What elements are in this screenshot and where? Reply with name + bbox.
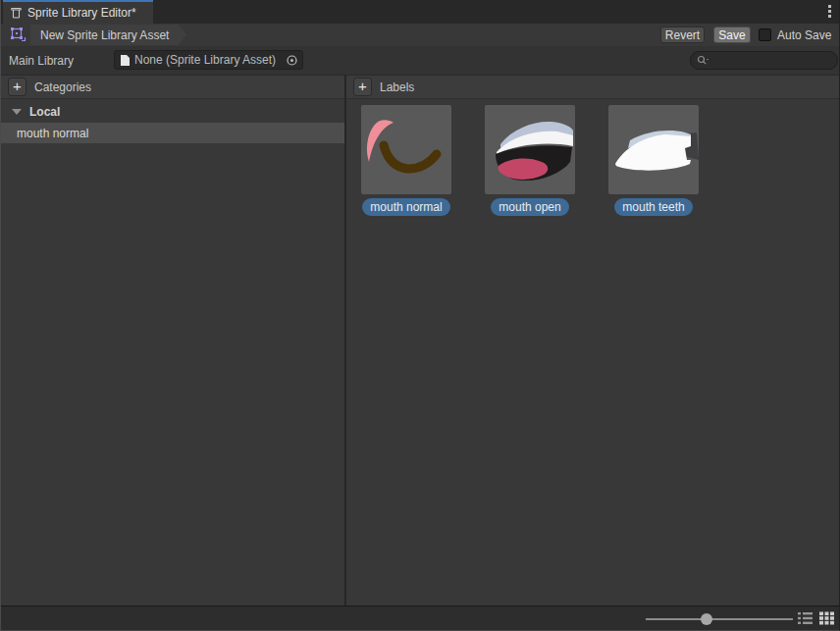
category-label: mouth normal [17,127,88,140]
toolbar: New Sprite Library Asset Revert Save Aut… [1,24,840,46]
breadcrumb-new-sprite-library-asset[interactable]: New Sprite Library Asset [30,25,186,45]
slider-track[interactable] [646,618,793,620]
label-pill-text: mouth open [499,200,560,214]
labels-title: Labels [380,80,414,94]
object-field-value: None (Sprite Library Asset) [134,53,282,67]
slider-thumb[interactable] [701,613,712,625]
sprite-library-editor-window: Sprite Library Editor* New Sprite Librar… [0,0,840,631]
sprite-library-icon [10,7,23,20]
label-cell-mouth-open: mouth open [485,105,575,216]
main-library-object-field[interactable]: None (Sprite Library Asset) [114,50,303,70]
breadcrumb-label: New Sprite Library Asset [40,28,169,42]
labels-panel: mouth normal mouth open [346,99,840,605]
labels-grid: mouth normal mouth open [361,105,699,216]
search-field[interactable] [690,51,838,70]
panels: + Categories + Labels Local mouth normal [1,75,840,605]
main-library-row: Main Library None (Sprite Library Asset) [1,46,840,75]
asset-file-icon [120,54,131,67]
sprite-library-asset-icon [10,26,26,43]
sprite-thumbnail-mouth-teeth[interactable] [608,105,699,194]
sprite-thumbnail-mouth-normal[interactable] [361,105,451,194]
categories-panel: Local mouth normal [1,99,344,605]
grid-view-icon[interactable] [819,611,834,625]
search-icon [697,55,709,66]
revert-button[interactable]: Revert [660,26,705,43]
list-view-icon[interactable] [798,611,813,625]
local-foldout-label: Local [29,105,60,119]
label-pill-mouth-teeth[interactable]: mouth teeth [614,198,692,216]
object-picker-icon[interactable] [286,54,298,67]
tab-title: Sprite Library Editor* [27,6,136,20]
bottom-bar [1,605,840,631]
add-category-button[interactable]: + [8,78,26,96]
label-cell-mouth-teeth: mouth teeth [608,105,699,216]
label-pill-text: mouth normal [370,200,442,214]
foldout-arrow-icon [12,109,22,115]
pane-menu-kebab-icon[interactable] [828,5,832,18]
main-library-label: Main Library [9,54,74,68]
add-label-button[interactable]: + [353,78,372,96]
categories-title: Categories [34,80,91,94]
save-label: Save [718,28,745,42]
labels-header: + Labels [346,75,840,99]
save-button[interactable]: Save [713,26,751,43]
label-pill-mouth-open[interactable]: mouth open [491,198,568,216]
category-row-mouth-normal[interactable]: mouth normal [1,123,344,143]
label-cell-mouth-normal: mouth normal [361,105,451,216]
search-input[interactable] [712,54,831,68]
tab-bar: Sprite Library Editor* [1,0,840,24]
auto-save-checkbox[interactable] [759,28,771,41]
revert-label: Revert [665,28,700,42]
label-pill-text: mouth teeth [622,200,684,214]
sprite-thumbnail-mouth-open[interactable] [485,105,575,194]
tab-sprite-library-editor[interactable]: Sprite Library Editor* [3,0,153,24]
thumbnail-size-slider[interactable] [646,606,793,631]
auto-save-label: Auto Save [777,28,831,42]
categories-header: + Categories [1,75,344,99]
local-foldout[interactable]: Local [1,101,344,122]
label-pill-mouth-normal[interactable]: mouth normal [362,198,449,216]
